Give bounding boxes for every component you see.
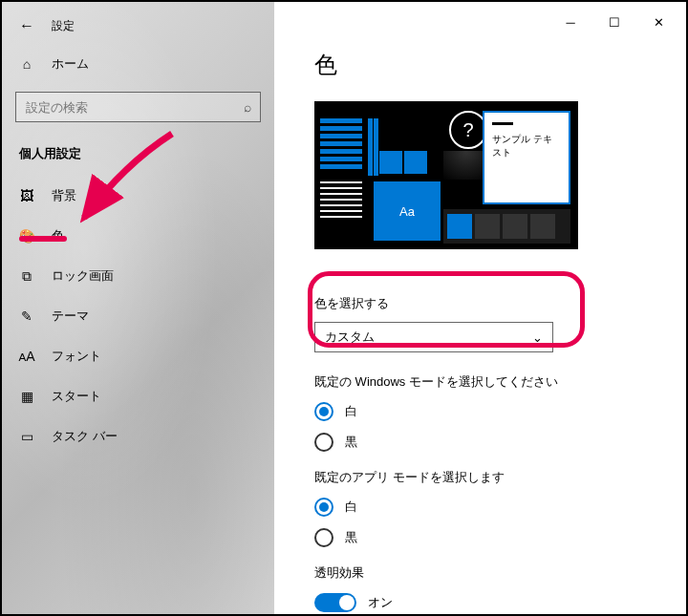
chevron-down-icon: ⌄: [532, 330, 543, 345]
choose-color-dropdown[interactable]: カスタム ⌄: [314, 322, 553, 352]
main-content: 色 Aa ? サンプル テキスト 色を選択する カスタム ⌄ 既定の Windo…: [274, 2, 686, 614]
section-label: 個人用設定: [2, 139, 274, 176]
windows-mode-light[interactable]: 白: [314, 402, 646, 421]
radio-label: 白: [345, 499, 357, 516]
nav-label: 背景: [52, 187, 76, 204]
sample-text: サンプル テキスト: [492, 134, 552, 158]
maximize-button[interactable]: ☐: [592, 8, 636, 36]
radio-icon: [314, 402, 333, 421]
preview-tile: Aa: [374, 181, 441, 241]
close-button[interactable]: ✕: [636, 8, 680, 36]
nav-taskbar[interactable]: ▭ タスク バー: [2, 416, 274, 457]
windows-mode-dark[interactable]: 黒: [314, 433, 646, 452]
taskbar-icon: ▭: [19, 429, 34, 444]
transparency-label: 透明効果: [314, 564, 646, 582]
nav-label: スタート: [52, 388, 101, 405]
nav-label: ロック画面: [52, 267, 114, 285]
lock-icon: ⧉: [19, 268, 34, 284]
radio-icon: [314, 433, 333, 452]
radio-label: 白: [345, 403, 357, 420]
app-mode-dark[interactable]: 黒: [314, 528, 646, 547]
page-title: 色: [314, 50, 646, 80]
nav-themes[interactable]: ✎ テーマ: [2, 296, 274, 336]
home-icon: ⌂: [19, 56, 34, 72]
nav-label: タスク バー: [52, 428, 118, 445]
search-box[interactable]: ⌕: [15, 92, 261, 122]
preview-sample-window: サンプル テキスト: [483, 111, 570, 204]
radio-label: 黒: [345, 434, 357, 451]
minimize-button[interactable]: ─: [548, 8, 592, 36]
toggle-state: オン: [368, 594, 393, 611]
nav-label: テーマ: [52, 308, 89, 325]
nav-fonts[interactable]: AA フォント: [2, 336, 274, 376]
app-mode-label: 既定のアプリ モードを選択します: [314, 469, 646, 486]
radio-icon: [314, 498, 333, 517]
color-preview: Aa ? サンプル テキスト: [314, 101, 578, 249]
home-button[interactable]: ⌂ ホーム: [2, 42, 274, 86]
nav-start[interactable]: ▦ スタート: [2, 376, 274, 416]
nav-lockscreen[interactable]: ⧉ ロック画面: [2, 256, 274, 296]
windows-mode-label: 既定の Windows モードを選択してください: [314, 373, 646, 391]
search-icon: ⌕: [244, 99, 251, 115]
back-button[interactable]: ←: [19, 17, 34, 34]
font-icon: AA: [19, 349, 34, 364]
preview-taskbar: [443, 209, 570, 244]
dropdown-value: カスタム: [325, 329, 375, 346]
annotation-underline: [19, 236, 67, 242]
window-title: 設定: [52, 18, 75, 34]
app-mode-light[interactable]: 白: [314, 498, 646, 517]
home-label: ホーム: [52, 55, 89, 73]
start-icon: ▦: [19, 389, 34, 404]
radio-icon: [314, 528, 333, 547]
choose-color-label: 色を選択する: [314, 295, 646, 312]
transparency-toggle[interactable]: [314, 593, 356, 612]
sidebar: ← 設定 ⌂ ホーム ⌕ 個人用設定 🖼 背景 🎨 色 ⧉ ロック画面 ✎ テー…: [2, 2, 274, 614]
nav-background[interactable]: 🖼 背景: [2, 176, 274, 216]
radio-label: 黒: [345, 529, 357, 546]
search-input[interactable]: [15, 92, 261, 122]
theme-icon: ✎: [19, 308, 34, 324]
picture-icon: 🖼: [19, 188, 34, 203]
nav-label: フォント: [52, 348, 101, 365]
